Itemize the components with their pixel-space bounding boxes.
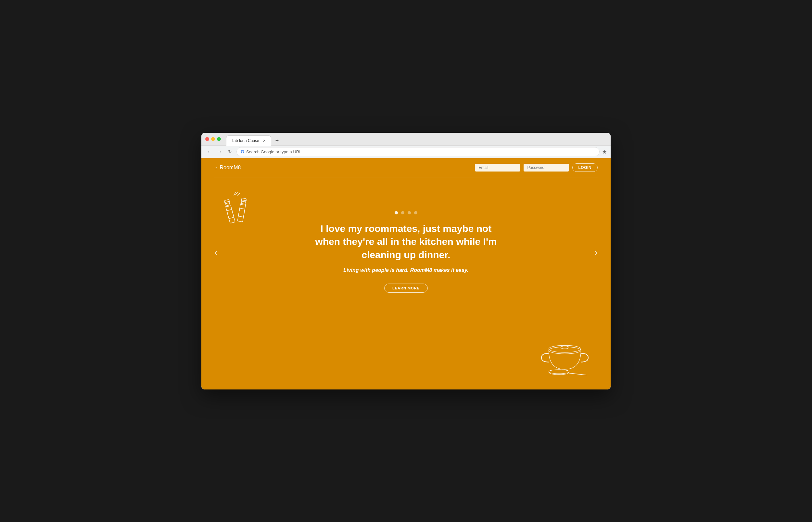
close-button[interactable] (205, 137, 209, 141)
slider-next-button[interactable]: › (594, 246, 597, 258)
pots-illustration (533, 334, 591, 377)
svg-point-17 (561, 346, 569, 349)
house-icon: ⌂ (215, 165, 217, 170)
active-tab[interactable]: Tab for a Cause × (226, 136, 271, 146)
website-content: ⌂ RoomM8 LOGIN (201, 158, 611, 389)
tab-bar: Tab for a Cause × + (226, 133, 607, 145)
google-icon: G (241, 149, 244, 154)
bookmark-star-icon[interactable]: ★ (602, 149, 607, 155)
back-button[interactable]: ← (205, 148, 213, 156)
slider-dots (394, 211, 418, 214)
svg-point-15 (549, 347, 581, 354)
tab-title: Tab for a Cause (231, 138, 259, 143)
site-nav: ⌂ RoomM8 LOGIN (201, 158, 611, 177)
traffic-lights (205, 137, 221, 141)
maximize-button[interactable] (217, 137, 221, 141)
slider-sub-text: Living with people is hard. RoomM8 makes… (343, 267, 468, 273)
svg-line-19 (569, 373, 587, 375)
reload-button[interactable]: ↻ (226, 148, 234, 156)
tab-close-icon[interactable]: × (263, 138, 266, 143)
minimize-button[interactable] (211, 137, 215, 141)
svg-point-18 (549, 369, 569, 374)
nav-right: LOGIN (475, 163, 598, 172)
dot-4[interactable] (414, 211, 418, 214)
address-bar: ← → ↻ G Search Google or type a URL ★ (201, 146, 611, 158)
logo-text: RoomM8 (220, 165, 241, 170)
slider-main-text: I love my roommates, just maybe not when… (308, 222, 504, 262)
email-input[interactable] (475, 164, 520, 172)
slider-prev-button[interactable]: ‹ (215, 246, 218, 258)
slider-area: I love my roommates, just maybe not when… (201, 184, 611, 320)
site-logo: ⌂ RoomM8 (215, 165, 241, 170)
dot-2[interactable] (401, 211, 404, 214)
password-input[interactable] (524, 164, 569, 172)
address-text: Search Google or type a URL (246, 149, 302, 154)
dot-1[interactable] (394, 211, 398, 214)
login-button[interactable]: LOGIN (572, 163, 598, 172)
address-input-wrap[interactable]: G Search Google or type a URL (237, 147, 600, 156)
dot-3[interactable] (408, 211, 411, 214)
browser-window: Tab for a Cause × + ← → ↻ G Search Googl… (201, 133, 611, 389)
titlebar: Tab for a Cause × + (201, 133, 611, 146)
new-tab-button[interactable]: + (272, 136, 282, 145)
learn-more-button[interactable]: LEARN MORE (384, 284, 428, 293)
forward-button[interactable]: → (216, 148, 223, 156)
nav-divider (215, 177, 597, 177)
